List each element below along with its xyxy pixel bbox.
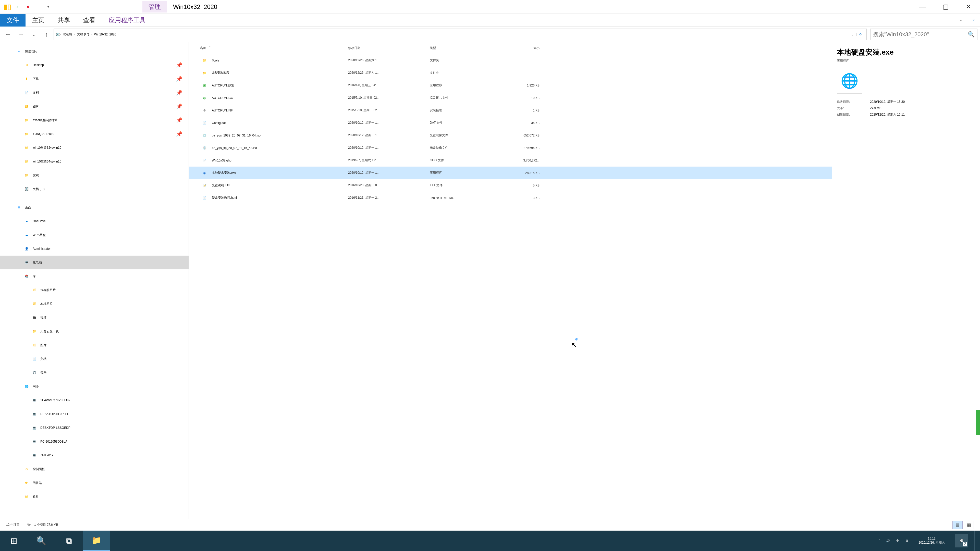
tree-item[interactable]: 🖼保存的图片 [0, 283, 189, 297]
tree-item-label: 回收站 [33, 481, 42, 485]
tree-item[interactable]: 📄文档📌 [0, 86, 189, 100]
file-row[interactable]: 📁Tools2020/12/26, 星期六 1...文件夹 [189, 54, 832, 67]
tree-item[interactable]: 📁YUNQISHI2019📌 [0, 127, 189, 141]
file-row[interactable]: 📁U盘安装教程2020/12/26, 星期六 1...文件夹 [189, 67, 832, 79]
minimize-button[interactable]: — [911, 0, 934, 14]
ribbon-tab-apptools[interactable]: 应用程序工具 [102, 14, 152, 27]
search-button[interactable]: 🔍 [27, 530, 55, 551]
icons-view-icon[interactable]: ▦ [964, 521, 974, 529]
up-button[interactable]: ↑ [41, 29, 52, 40]
ribbon-tab-home[interactable]: 主页 [25, 14, 51, 27]
tree-item[interactable]: 💻ZMT2019 [0, 448, 189, 462]
details-view-icon[interactable]: ≣ [953, 521, 963, 529]
back-button[interactable]: ← [3, 29, 14, 40]
tree-item[interactable]: 💻1H4WPFQ7KZ8HU82 [0, 393, 189, 407]
side-handle[interactable] [976, 410, 980, 435]
forward-button[interactable]: → [15, 29, 27, 40]
col-date[interactable]: 修改日期 [348, 46, 430, 50]
tray-ime-icon[interactable]: 中 [896, 539, 899, 543]
file-row[interactable]: 💿pe_yqs_xp_20_07_31_15_53.iso2020/10/12,… [189, 141, 832, 154]
tree-item[interactable]: ⬇下载📌 [0, 72, 189, 86]
file-row[interactable]: ⚙AUTORUN.INF2015/5/10, 星期日 02...安装信息1 KB [189, 104, 832, 117]
tree-item[interactable]: 🖼图片 [0, 338, 189, 352]
tree-item[interactable]: 📁win10重装64位win10 [0, 155, 189, 168]
tree-item[interactable]: 📚库 [0, 269, 189, 283]
start-button[interactable]: ⊞ [0, 530, 27, 551]
tree-item-icon: ☁ [23, 233, 30, 237]
window-controls: — ▢ ✕ [911, 0, 980, 14]
crumb-sep[interactable]: › [118, 33, 119, 36]
tree-item-icon: 📁 [23, 495, 30, 499]
tree-item[interactable]: ☁WPS网盘 [0, 228, 189, 242]
nav-tree[interactable]: ★快速访问🖥Desktop📌⬇下载📌📄文档📌🖼图片📌📁excel表格制作求和📌📁… [0, 42, 189, 519]
col-type[interactable]: 类型 [430, 46, 499, 50]
ribbon-collapse-icon[interactable]: ⌄ [955, 18, 967, 22]
address-bar[interactable]: 💽 › 此电脑 › 文档 (E:) › Win10x32_2020 › ⌄ ⟳ [54, 29, 867, 40]
file-row[interactable]: ▣AUTORUN.EXE2016/1/8, 星期五 04:...应用程序1,92… [189, 79, 832, 92]
col-name[interactable]: 名称˄ [200, 45, 348, 51]
search-input[interactable] [873, 31, 968, 38]
task-view-button[interactable]: ⧉ [55, 530, 83, 551]
tree-item[interactable]: 📁软件 [0, 490, 189, 503]
tree-item[interactable]: 📁天翼云盘下载 [0, 324, 189, 338]
file-row[interactable]: 💿pe_yqs_1032_20_07_31_16_04.iso2020/10/1… [189, 129, 832, 141]
tree-item[interactable]: 💻PC-20190530OBLA [0, 435, 189, 448]
tree-item[interactable]: 🖼本机照片 [0, 297, 189, 311]
help-icon[interactable]: ? [967, 18, 980, 22]
col-size[interactable]: 大小 [499, 46, 545, 50]
file-row[interactable]: 📝光盘说明.TXT2016/10/23, 星期日 0...TXT 文件5 KB [189, 179, 832, 192]
tree-item[interactable]: 📁excel表格制作求和📌 [0, 113, 189, 127]
action-center-icon[interactable]: 💬2 [955, 534, 968, 548]
file-row[interactable]: ◉本地硬盘安装.exe2020/10/12, 星期一 1...应用程序28,31… [189, 167, 832, 179]
tree-item[interactable]: 💻此电脑 [0, 256, 189, 269]
qat-save-icon[interactable]: ✔ [14, 3, 21, 11]
tree-item[interactable]: 🖼图片📌 [0, 100, 189, 113]
ribbon-tab-file[interactable]: 文件 [0, 14, 25, 27]
taskbar-explorer[interactable]: 📁 [83, 530, 110, 551]
file-row[interactable]: 📄Config.dat2020/10/12, 星期一 1...DAT 文件36 … [189, 117, 832, 129]
tray-network-icon[interactable]: 🖥 [905, 539, 908, 543]
crumb-2[interactable]: Win10x32_2020 [92, 33, 118, 36]
tree-item[interactable]: 🗑回收站 [0, 476, 189, 490]
tree-item-icon: 💻 [30, 440, 38, 443]
ribbon-tab-view[interactable]: 查看 [76, 14, 102, 27]
tray-volume-icon[interactable]: 🔊 [886, 539, 890, 543]
tree-item[interactable]: 🌐网络 [0, 380, 189, 393]
tree-item[interactable]: ★快速访问 [0, 44, 189, 58]
column-headers[interactable]: 名称˄ 修改日期 类型 大小 [189, 42, 832, 54]
file-row[interactable]: 📄Win10x32.gho2019/9/7, 星期六 19:...GHO 文件3… [189, 154, 832, 167]
qat-cancel-icon[interactable]: ✖ [24, 3, 32, 11]
tree-item[interactable]: 🎬视频 [0, 311, 189, 324]
tree-item[interactable]: 💻DESKTOP-HL0PLFL [0, 407, 189, 421]
tree-item[interactable]: ☁OneDrive [0, 214, 189, 228]
recent-dropdown[interactable]: ⌄ [28, 29, 39, 40]
tree-item[interactable]: 🖥Desktop📌 [0, 58, 189, 72]
maximize-button[interactable]: ▢ [934, 0, 957, 14]
tree-item[interactable]: 🎵音乐 [0, 366, 189, 380]
show-desktop-button[interactable] [974, 530, 978, 551]
tree-item[interactable]: 📁虎观 [0, 168, 189, 182]
tree-item[interactable]: ⚙控制面板 [0, 462, 189, 476]
file-name: Win10x32.gho [212, 159, 348, 162]
qat-dropdown-icon[interactable]: ▾ [45, 3, 52, 11]
tray-overflow-icon[interactable]: ˄ [878, 539, 880, 543]
tree-item[interactable]: 💽文档 (E:) [0, 182, 189, 196]
file-row[interactable]: 📄硬盘安装教程.html2016/11/21, 星期一 2...360 se H… [189, 192, 832, 204]
file-row[interactable]: ◐AUTORUN.ICO2015/5/10, 星期日 02...ICO 图片文件… [189, 92, 832, 104]
tree-item[interactable]: 📁win10重装32位win10 [0, 141, 189, 155]
ribbon-tab-share[interactable]: 共享 [51, 14, 76, 27]
tree-item[interactable]: 👤Administrator [0, 242, 189, 256]
tree-item[interactable]: 🖥桌面 [0, 200, 189, 214]
tree-item[interactable]: 💻DESKTOP-LSSOEDP [0, 421, 189, 435]
address-dropdown-icon[interactable]: ⌄ [849, 33, 856, 36]
file-size: 3 KB [499, 196, 545, 200]
refresh-icon[interactable]: ⟳ [856, 33, 864, 36]
close-button[interactable]: ✕ [957, 0, 980, 14]
crumb-1[interactable]: 文档 (E:) [75, 32, 91, 37]
tree-item-label: 桌面 [25, 205, 31, 210]
search-icon[interactable]: 🔍 [968, 31, 975, 38]
tree-item[interactable]: 📄文档 [0, 352, 189, 366]
search-box[interactable]: 🔍 [870, 29, 977, 40]
crumb-0[interactable]: 此电脑 [61, 32, 74, 37]
taskbar-clock[interactable]: 15:12 2020/12/26, 星期六 [915, 537, 949, 545]
